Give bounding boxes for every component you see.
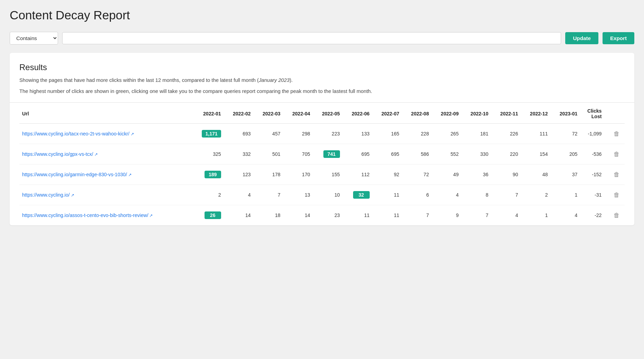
table-cell-value: 48 [521,164,550,185]
col-header-2022-01: 2022-01 [192,103,224,124]
results-desc1-suffix: ). [290,77,293,83]
col-header-2022-11: 2022-11 [491,103,521,124]
col-header-2022-08: 2022-08 [402,103,432,124]
table-cell-value: 155 [313,164,343,185]
external-link-icon: ↗ [128,172,132,177]
table-cell-clicks-lost: -22 [580,205,604,226]
table-cell-value: 4 [432,185,462,205]
table-cell-clicks-lost: -1,099 [580,124,604,144]
col-header-actions [604,103,625,124]
peak-badge[interactable]: 189 [205,171,221,178]
table-row: https://www.cycling.io/garmin-edge-830-v… [19,164,625,185]
table-cell-clicks-lost: -31 [580,185,604,205]
col-header-clicks-lost: Clicks Lost [580,103,604,124]
table-cell-clicks-lost: -536 [580,144,604,164]
delete-row-button[interactable]: 🗑 [612,170,622,179]
table-cell-value: 123 [224,164,254,185]
col-header-2022-04: 2022-04 [283,103,313,124]
table-cell-value: 49 [432,164,462,185]
table-cell-value: 8 [462,185,491,205]
external-link-icon: ↗ [131,132,134,136]
table-cell-value[interactable]: 189 [192,164,224,185]
table-cell-value[interactable]: 1,171 [192,124,224,144]
table-cell-value: 6 [402,185,432,205]
filter-input[interactable] [62,32,561,44]
table-cell-value: 72 [402,164,432,185]
peak-badge[interactable]: 741 [323,150,340,158]
table-cell-value: 111 [521,124,550,144]
col-header-2022-09: 2022-09 [432,103,462,124]
table-cell-value: 181 [462,124,491,144]
table-row: https://www.cycling.io/tacx-neo-2t-vs-wa… [19,124,625,144]
peak-badge[interactable]: 32 [353,191,370,199]
table-cell-value: 11 [372,185,402,205]
row-url-link[interactable]: https://www.cycling.io/garmin-edge-830-v… [22,172,127,177]
peak-badge[interactable]: 26 [205,211,221,219]
results-card: Results Showing the pages that have had … [10,53,634,225]
table-cell-value: 112 [343,164,372,185]
update-button[interactable]: Update [565,32,598,44]
table-cell-value[interactable]: 26 [192,205,224,226]
results-desc2: The highest number of clicks are shown i… [19,87,625,96]
filter-select[interactable]: Contains Starts with Ends with Equals [10,32,58,45]
table-cell-delete: 🗑 [604,124,625,144]
peak-badge[interactable]: 1,171 [202,130,221,138]
row-url-link[interactable]: https://www.cycling.io/ [22,192,70,198]
table-cell-value: 72 [550,124,580,144]
table-cell-value: 501 [254,144,283,164]
table-cell-value: 7 [402,205,432,226]
table-cell-clicks-lost: -152 [580,164,604,185]
table-row: https://www.cycling.io/↗2471310321164872… [19,185,625,205]
col-header-2022-03: 2022-03 [254,103,283,124]
table-cell-value[interactable]: 32 [343,185,372,205]
results-title: Results [19,63,625,72]
table-cell-url: https://www.cycling.io/assos-t-cento-evo… [19,205,192,226]
col-header-2022-06: 2022-06 [343,103,372,124]
table-cell-value: 14 [224,205,254,226]
table-cell-value: 4 [491,205,521,226]
col-header-2022-07: 2022-07 [372,103,402,124]
table-cell-value: 9 [432,205,462,226]
table-cell-value: 11 [372,205,402,226]
table-cell-value: 7 [254,185,283,205]
table-row: https://www.cycling.io/assos-t-cento-evo… [19,205,625,226]
table-cell-url: https://www.cycling.io/gpx-vs-tcx/↗ [19,144,192,164]
external-link-icon: ↗ [71,193,74,198]
delete-row-button[interactable]: 🗑 [612,149,622,159]
row-url-link[interactable]: https://www.cycling.io/tacx-neo-2t-vs-wa… [22,131,130,136]
page-container: Content Decay Report Contains Starts wit… [0,0,644,234]
toolbar: Contains Starts with Ends with Equals Up… [10,32,634,45]
table-cell-delete: 🗑 [604,185,625,205]
col-header-2023-01: 2023-01 [550,103,580,124]
table-header-row: Url 2022-01 2022-02 2022-03 2022-04 2022… [19,103,625,124]
table-cell-value[interactable]: 741 [313,144,343,164]
delete-row-button[interactable]: 🗑 [612,190,622,200]
table-cell-value: 13 [283,185,313,205]
table-cell-delete: 🗑 [604,164,625,185]
table-row: https://www.cycling.io/gpx-vs-tcx/↗32533… [19,144,625,164]
external-link-icon: ↗ [149,213,153,218]
table-cell-value: 170 [283,164,313,185]
export-button[interactable]: Export [603,32,634,44]
external-link-icon: ↗ [94,152,98,157]
table-cell-value: 265 [432,124,462,144]
table-cell-value: 165 [372,124,402,144]
page-title: Content Decay Report [10,8,634,22]
table-cell-value: 552 [432,144,462,164]
col-header-2022-02: 2022-02 [224,103,254,124]
results-table: Url 2022-01 2022-02 2022-03 2022-04 2022… [19,103,625,225]
table-cell-url: https://www.cycling.io/garmin-edge-830-v… [19,164,192,185]
row-url-link[interactable]: https://www.cycling.io/gpx-vs-tcx/ [22,151,93,157]
table-cell-delete: 🗑 [604,205,625,226]
table-cell-value: 10 [313,185,343,205]
table-cell-value: 154 [521,144,550,164]
table-cell-value: 90 [491,164,521,185]
delete-row-button[interactable]: 🗑 [612,129,622,139]
table-cell-value: 705 [283,144,313,164]
delete-row-button[interactable]: 🗑 [612,210,622,220]
table-cell-url: https://www.cycling.io/↗ [19,185,192,205]
row-url-link[interactable]: https://www.cycling.io/assos-t-cento-evo… [22,212,148,218]
table-cell-value: 36 [462,164,491,185]
table-cell-value: 332 [224,144,254,164]
table-cell-value: 228 [402,124,432,144]
